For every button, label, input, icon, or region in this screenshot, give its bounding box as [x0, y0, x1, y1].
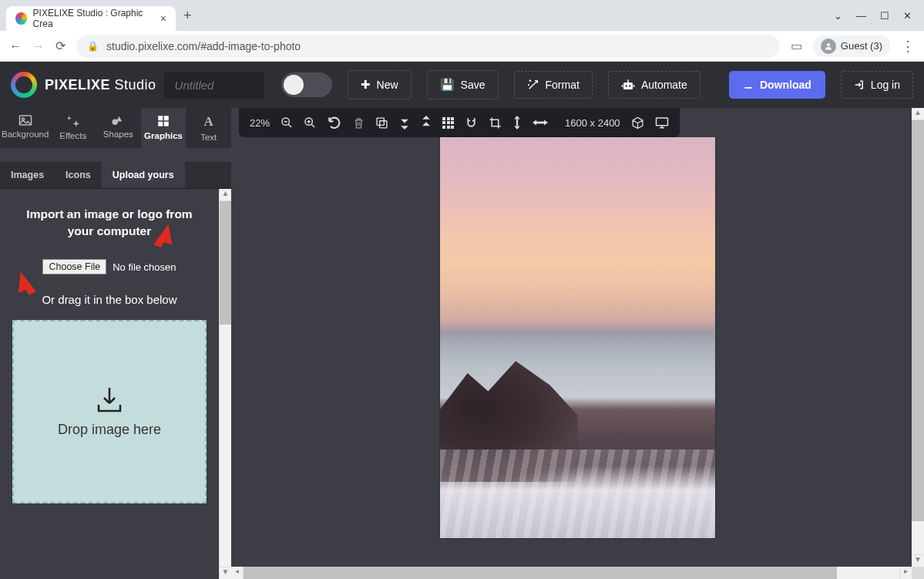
download-into-icon — [94, 386, 125, 414]
app-body: Background Effects Shapes — [0, 108, 924, 579]
new-button[interactable]: ✚ New — [348, 70, 412, 99]
svg-rect-10 — [158, 116, 163, 120]
svg-rect-19 — [536, 122, 544, 124]
back-icon[interactable]: ← — [9, 39, 22, 53]
import-heading: Import an image or logo from your comput… — [12, 206, 207, 239]
forward-icon[interactable]: → — [32, 39, 45, 53]
guest-label: Guest (3) — [841, 40, 882, 52]
kebab-menu-icon[interactable]: ⋮ — [901, 38, 915, 55]
address-bar[interactable]: 🔒 studio.pixelixe.com/#add-image-to-phot… — [76, 35, 780, 58]
browser-tab[interactable]: PIXELIXE Studio : Graphic Crea × — [6, 6, 176, 31]
maximize-icon[interactable]: ☐ — [880, 10, 889, 22]
tab-text-label: Text — [200, 133, 217, 142]
close-window-icon[interactable]: ✕ — [903, 10, 912, 22]
copy-icon[interactable] — [375, 116, 388, 130]
tab-title: PIXELIXE Studio : Graphic Crea — [33, 8, 154, 29]
format-button-label: Format — [546, 79, 580, 91]
cube-icon[interactable] — [631, 116, 644, 130]
graphics-panel: Images Icons Upload yours Import an imag… — [0, 148, 231, 579]
wand-icon — [527, 79, 539, 91]
zoom-percent[interactable]: 22% — [250, 117, 270, 129]
login-button[interactable]: Log in — [841, 71, 913, 99]
resize-vertical-icon[interactable] — [512, 116, 522, 130]
undo-icon[interactable] — [327, 115, 342, 130]
tab-effects[interactable]: Effects — [50, 108, 96, 148]
file-input-row: Choose File No file chosen — [12, 259, 207, 274]
tab-shapes-label: Shapes — [103, 130, 133, 139]
floppy-icon: 💾 — [440, 78, 455, 92]
format-button[interactable]: Format — [514, 71, 593, 99]
save-button-label: Save — [461, 79, 486, 91]
tab-background-label: Background — [2, 130, 49, 139]
zoom-out-icon[interactable] — [281, 116, 293, 129]
subtab-images[interactable]: Images — [0, 162, 55, 188]
grid-toggle-icon[interactable] — [442, 117, 454, 129]
panel-icon[interactable]: ▭ — [791, 39, 802, 53]
magnet-icon[interactable] — [465, 116, 478, 130]
text-icon: A — [204, 114, 213, 130]
chevron-down-icon[interactable]: ⌄ — [834, 10, 842, 22]
reload-icon[interactable]: ⟳ — [55, 39, 66, 53]
bring-forward-icon[interactable] — [421, 116, 432, 130]
canvas-horizontal-scrollbar[interactable]: ◂ ▸ — [231, 567, 912, 579]
trash-icon[interactable] — [353, 116, 365, 130]
download-button-label: Download — [760, 79, 811, 91]
robot-icon — [621, 79, 635, 91]
profile-button[interactable]: Guest (3) — [813, 35, 890, 57]
lock-icon: 🔒 — [87, 41, 99, 52]
svg-rect-13 — [164, 122, 169, 126]
svg-point-3 — [629, 85, 630, 86]
tab-graphics[interactable]: Graphics — [141, 108, 186, 148]
logo-text: PIXELIXE Studio — [45, 77, 156, 93]
zoom-in-icon[interactable] — [304, 116, 316, 129]
canvas-viewport[interactable] — [231, 137, 924, 579]
close-tab-icon[interactable]: × — [160, 12, 166, 25]
svg-rect-20 — [656, 118, 667, 126]
sparkle-icon — [66, 114, 80, 128]
plus-icon: ✚ — [361, 78, 371, 92]
canvas-vertical-scrollbar[interactable]: ▲ ▼ — [912, 108, 924, 567]
download-button[interactable]: Download — [729, 71, 825, 99]
drop-zone[interactable]: Drop image here — [12, 320, 207, 503]
favicon-icon — [15, 12, 27, 25]
graphics-subtabs: Images Icons Upload yours — [0, 162, 231, 189]
logo-icon — [11, 72, 37, 98]
send-backward-icon[interactable] — [399, 116, 410, 130]
canvas-area: 22% 1600 x 2400 ▲ — [231, 108, 924, 579]
left-sidebar: Background Effects Shapes — [0, 108, 231, 579]
canvas-image[interactable] — [440, 137, 715, 538]
tab-effects-label: Effects — [59, 131, 86, 140]
automate-button[interactable]: Automate — [608, 71, 701, 99]
tab-shapes[interactable]: Shapes — [96, 108, 141, 148]
tab-background[interactable]: Background — [0, 108, 50, 148]
desktop-icon[interactable] — [655, 116, 669, 129]
app-header: PIXELIXE Studio ✚ New 💾 Save Format Auto… — [0, 62, 924, 108]
subtab-icons[interactable]: Icons — [55, 162, 102, 188]
theme-toggle[interactable] — [281, 72, 332, 97]
tab-text[interactable]: A Text — [186, 108, 231, 148]
save-button[interactable]: 💾 Save — [427, 70, 499, 99]
tab-graphics-label: Graphics — [144, 131, 183, 140]
choose-file-button[interactable]: Choose File — [42, 259, 106, 274]
svg-rect-18 — [516, 120, 518, 126]
subtab-upload[interactable]: Upload yours — [102, 162, 185, 188]
login-icon — [854, 79, 865, 90]
browser-nav-bar: ← → ⟳ 🔒 studio.pixelixe.com/#add-image-t… — [0, 31, 924, 62]
new-tab-button[interactable]: + — [183, 8, 192, 24]
automate-button-label: Automate — [641, 79, 687, 91]
canvas-toolbar: 22% 1600 x 2400 — [239, 108, 680, 137]
svg-rect-6 — [633, 85, 635, 87]
svg-rect-1 — [623, 82, 633, 89]
avatar-icon — [821, 39, 836, 54]
resize-horizontal-icon[interactable] — [533, 118, 548, 127]
project-title-input[interactable] — [164, 72, 264, 99]
browser-tab-strip: PIXELIXE Studio : Graphic Crea × + ⌄ ― ☐… — [0, 0, 924, 31]
graphics-icon — [156, 114, 170, 128]
crop-icon[interactable] — [489, 116, 502, 130]
sidebar-scrollbar[interactable]: ▲ ▼ — [219, 189, 231, 579]
svg-point-2 — [625, 85, 627, 86]
svg-rect-5 — [622, 85, 623, 87]
app-root: PIXELIXE Studio ✚ New 💾 Save Format Auto… — [0, 62, 924, 579]
minimize-icon[interactable]: ― — [856, 10, 866, 22]
or-drag-label: Or drag it in the box below — [12, 293, 207, 306]
